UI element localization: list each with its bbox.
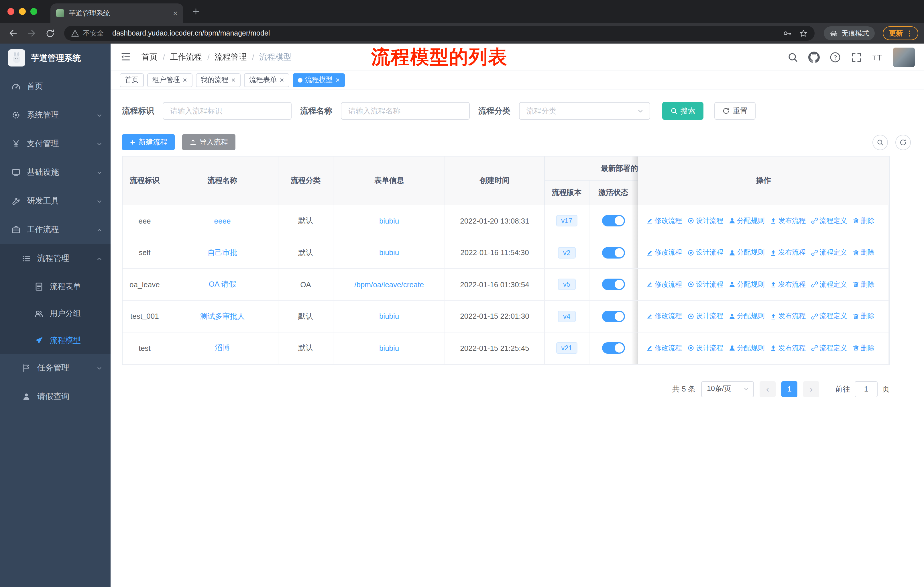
search-icon[interactable] — [787, 51, 799, 63]
key-icon[interactable] — [782, 29, 792, 38]
tag-close-icon[interactable]: × — [280, 76, 284, 84]
new-tab-button[interactable] — [189, 5, 203, 18]
action-publish-link[interactable]: 发布流程 — [770, 280, 806, 289]
form-info-link[interactable]: /bpm/oa/leave/create — [354, 280, 424, 289]
process-key-input[interactable] — [163, 102, 292, 120]
sidebar-item-process-model[interactable]: 流程模型 — [0, 327, 111, 354]
action-edit-link[interactable]: 修改流程 — [646, 312, 682, 321]
action-edit-link[interactable]: 修改流程 — [646, 248, 682, 258]
action-publish-link[interactable]: 发布流程 — [770, 216, 806, 226]
action-definition-link[interactable]: 流程定义 — [811, 216, 847, 226]
action-publish-link[interactable]: 发布流程 — [770, 312, 806, 321]
bookmark-star-icon[interactable] — [799, 29, 808, 38]
action-assign-link[interactable]: 分配规则 — [728, 248, 764, 258]
toggle-search-icon[interactable] — [873, 134, 888, 150]
sidebar-item-user-group[interactable]: 用户分组 — [0, 300, 111, 327]
sidebar-item-task-management[interactable]: 任务管理 — [0, 354, 111, 382]
goto-page-input[interactable] — [855, 381, 878, 397]
browser-update-button[interactable]: 更新 — [883, 26, 918, 40]
sidebar-item-process-management[interactable]: 流程管理 — [0, 244, 111, 273]
back-icon[interactable] — [6, 26, 21, 41]
process-name-link[interactable]: 滔博 — [215, 343, 230, 354]
sidebar-item-payment[interactable]: 支付管理 — [0, 129, 111, 158]
sidebar-item-infrastructure[interactable]: 基础设施 — [0, 158, 111, 187]
action-definition-link[interactable]: 流程定义 — [811, 248, 847, 258]
close-window-icon[interactable] — [7, 8, 14, 15]
action-design-link[interactable]: 设计流程 — [687, 216, 723, 226]
github-icon[interactable] — [808, 51, 820, 63]
address-bar[interactable]: 不安全 dashboard.yudao.iocoder.cn/bpm/manag… — [64, 26, 815, 41]
form-info-link[interactable]: biubiu — [379, 217, 399, 225]
form-info-link[interactable]: biubiu — [379, 312, 399, 321]
action-definition-link[interactable]: 流程定义 — [811, 343, 847, 353]
action-delete-link[interactable]: 删除 — [852, 248, 874, 258]
active-toggle[interactable] — [602, 215, 625, 227]
sidebar-item-leave-query[interactable]: 请假查询 — [0, 382, 111, 411]
tag-process-model[interactable]: 流程模型 × — [293, 73, 345, 87]
fullscreen-icon[interactable] — [851, 51, 862, 63]
tag-my-process[interactable]: 我的流程 × — [196, 73, 241, 87]
tag-home[interactable]: 首页 — [120, 73, 144, 87]
active-toggle[interactable] — [602, 279, 625, 290]
sidebar-item-workflow[interactable]: 工作流程 — [0, 215, 111, 244]
process-name-link[interactable]: 测试多审批人 — [200, 311, 244, 322]
active-toggle[interactable] — [602, 247, 625, 258]
import-process-button[interactable]: 导入流程 — [182, 134, 236, 150]
process-name-link[interactable]: eeee — [214, 217, 231, 225]
action-delete-link[interactable]: 删除 — [852, 280, 874, 289]
active-toggle[interactable] — [602, 342, 625, 354]
tag-close-icon[interactable]: × — [336, 76, 340, 84]
breadcrumb-home[interactable]: 首页 — [142, 52, 158, 62]
page-number-1[interactable]: 1 — [781, 381, 797, 397]
app-logo-row[interactable]: 芋道管理系统 — [0, 43, 111, 72]
action-definition-link[interactable]: 流程定义 — [811, 312, 847, 321]
process-name-link[interactable]: OA 请假 — [209, 279, 236, 290]
security-label[interactable]: 不安全 — [83, 28, 104, 38]
breadcrumb-process-management[interactable]: 流程管理 — [215, 52, 247, 62]
action-delete-link[interactable]: 删除 — [852, 216, 874, 226]
reload-icon[interactable] — [42, 26, 57, 41]
process-name-input[interactable] — [341, 102, 470, 120]
action-design-link[interactable]: 设计流程 — [687, 280, 723, 289]
action-edit-link[interactable]: 修改流程 — [646, 216, 682, 226]
maximize-window-icon[interactable] — [30, 8, 37, 15]
sidebar-item-devtools[interactable]: 研发工具 — [0, 187, 111, 215]
action-assign-link[interactable]: 分配规则 — [728, 216, 764, 226]
tag-tenant[interactable]: 租户管理 × — [147, 73, 192, 87]
tag-process-form[interactable]: 流程表单 × — [244, 73, 289, 87]
action-edit-link[interactable]: 修改流程 — [646, 280, 682, 289]
reset-button[interactable]: 重置 — [714, 102, 756, 120]
form-info-link[interactable]: biubiu — [379, 344, 399, 352]
process-name-link[interactable]: 自己审批 — [207, 248, 237, 258]
minimize-window-icon[interactable] — [19, 8, 26, 15]
sidebar-item-system[interactable]: 系统管理 — [0, 101, 111, 129]
action-assign-link[interactable]: 分配规则 — [728, 312, 764, 321]
action-publish-link[interactable]: 发布流程 — [770, 248, 806, 258]
search-button[interactable]: 搜索 — [662, 102, 703, 120]
action-assign-link[interactable]: 分配规则 — [728, 343, 764, 353]
help-icon[interactable]: ? — [830, 51, 841, 63]
action-delete-link[interactable]: 删除 — [852, 343, 874, 353]
sidebar-item-home[interactable]: 首页 — [0, 72, 111, 101]
page-size-select[interactable]: 10条/页 — [701, 381, 754, 397]
action-design-link[interactable]: 设计流程 — [687, 248, 723, 258]
collapse-sidebar-icon[interactable] — [120, 51, 132, 63]
tag-close-icon[interactable]: × — [231, 76, 236, 84]
tag-close-icon[interactable]: × — [183, 76, 187, 84]
refresh-table-icon[interactable] — [895, 134, 911, 150]
next-page-button[interactable]: › — [803, 381, 819, 397]
prev-page-button[interactable]: ‹ — [760, 381, 776, 397]
action-definition-link[interactable]: 流程定义 — [811, 280, 847, 289]
create-process-button[interactable]: 新建流程 — [122, 134, 175, 150]
font-size-icon[interactable]: TT — [872, 51, 883, 63]
browser-tab[interactable]: 芋道管理系统 × — [50, 3, 183, 23]
user-avatar[interactable] — [893, 47, 915, 67]
form-info-link[interactable]: biubiu — [379, 248, 399, 257]
action-delete-link[interactable]: 删除 — [852, 312, 874, 321]
active-toggle[interactable] — [602, 311, 625, 322]
url-text[interactable]: dashboard.yudao.iocoder.cn/bpm/manager/m… — [112, 29, 775, 37]
action-edit-link[interactable]: 修改流程 — [646, 343, 682, 353]
action-assign-link[interactable]: 分配规则 — [728, 280, 764, 289]
action-publish-link[interactable]: 发布流程 — [770, 343, 806, 353]
forward-icon[interactable] — [24, 26, 39, 41]
